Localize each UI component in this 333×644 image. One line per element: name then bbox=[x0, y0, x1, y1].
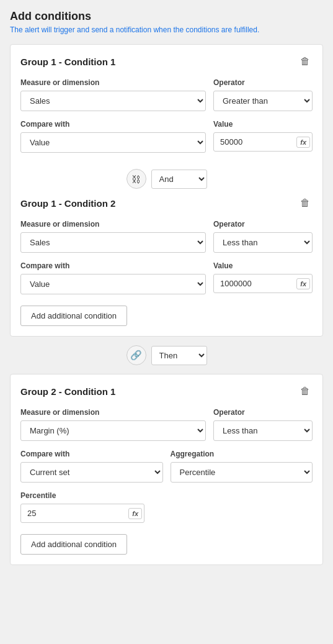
group1-condition2-measure-select[interactable]: Sales Margin (%) Revenue bbox=[20, 232, 206, 253]
group2-condition1-percentile-row: Percentile fx bbox=[20, 491, 313, 523]
measure-label-3: Measure or dimension bbox=[20, 408, 206, 417]
group2-condition1-measure-row: Measure or dimension Sales Margin (%) Re… bbox=[20, 408, 313, 441]
group2-condition1-aggregation-select[interactable]: Percentile Average Sum Min Max bbox=[171, 462, 313, 483]
operator-label-2: Operator bbox=[213, 220, 313, 229]
group2-condition1-percentile-wrapper: fx bbox=[20, 504, 144, 523]
group1-add-condition-button[interactable]: Add additional condition bbox=[20, 306, 127, 326]
group1-condition1-delete-button[interactable]: 🗑 bbox=[298, 55, 313, 68]
broken-link-icon: 🔗 bbox=[130, 350, 142, 361]
group1-condition2-delete-button[interactable]: 🗑 bbox=[298, 196, 313, 210]
group1-condition2-value-row: Compare with Value Current set Value fx bbox=[20, 261, 313, 294]
group1-condition2-title: Group 1 - Condition 2 bbox=[20, 198, 115, 209]
group1-condition2-value-col: Value fx bbox=[213, 261, 313, 294]
group2-condition1-compare-select[interactable]: Value Current set Previous period bbox=[20, 462, 163, 483]
group1-condition1-header: Group 1 - Condition 1 🗑 bbox=[20, 55, 313, 68]
value-label-1: Value bbox=[213, 120, 313, 129]
group1-condition1-compare-select[interactable]: Value Current set Previous period bbox=[20, 132, 206, 153]
group1-conditions-link-button[interactable]: ⛓ bbox=[127, 169, 146, 189]
group1-condition1-compare-col: Compare with Value Current set Previous … bbox=[20, 120, 206, 153]
group1-condition1-fx-button[interactable]: fx bbox=[296, 137, 310, 148]
group1-condition1-title: Group 1 - Condition 1 bbox=[20, 57, 115, 67]
page-title: Add conditions bbox=[10, 10, 323, 23]
group2-condition1-operator-select[interactable]: Greater than Less than Equal to bbox=[213, 420, 313, 441]
group2-condition1-title: Group 2 - Condition 1 bbox=[20, 386, 115, 397]
link-icon: ⛓ bbox=[131, 174, 141, 184]
group1-conditions-connector-row: ⛓ And Or bbox=[20, 161, 313, 196]
between-groups-connector-select[interactable]: Then And Or bbox=[151, 346, 207, 365]
group1-condition2-value-wrapper: fx bbox=[213, 274, 313, 293]
measure-label-2: Measure or dimension bbox=[20, 220, 206, 229]
group2-condition1-compare-col: Compare with Value Current set Previous … bbox=[20, 450, 163, 483]
group1-condition2-operator-select[interactable]: Greater than Less than Equal to bbox=[213, 232, 313, 253]
page-subtitle: The alert will trigger and send a notifi… bbox=[10, 25, 323, 34]
group1-condition1-measure-row: Measure or dimension Sales Margin (%) Re… bbox=[20, 78, 313, 111]
group1-condition1-measure-select[interactable]: Sales Margin (%) Revenue Cost bbox=[20, 91, 206, 111]
between-groups-connector-row: 🔗 Then And Or bbox=[10, 337, 323, 374]
between-groups-link-button[interactable]: 🔗 bbox=[127, 345, 146, 365]
group2-condition1-header: Group 2 - Condition 1 🗑 bbox=[20, 384, 313, 398]
group2-card: Group 2 - Condition 1 🗑 Measure or dimen… bbox=[10, 374, 323, 565]
group1-condition2-measure-row: Measure or dimension Sales Margin (%) Re… bbox=[20, 220, 313, 253]
group1-condition2-header: Group 1 - Condition 2 🗑 bbox=[20, 196, 313, 210]
group2-condition1-fx-button[interactable]: fx bbox=[128, 508, 142, 519]
group2-condition1-delete-button[interactable]: 🗑 bbox=[298, 384, 313, 398]
group1-condition1-measure-col: Measure or dimension Sales Margin (%) Re… bbox=[20, 78, 206, 111]
group1-condition1-value-row: Compare with Value Current set Previous … bbox=[20, 120, 313, 153]
group2-condition1-aggregation-col: Aggregation Percentile Average Sum Min M… bbox=[171, 450, 313, 483]
compare-label-3: Compare with bbox=[20, 450, 163, 458]
group1-condition1-value-wrapper: fx bbox=[213, 132, 313, 152]
group2-condition1-measure-select[interactable]: Sales Margin (%) Revenue bbox=[20, 420, 206, 441]
group1-condition2-compare-col: Compare with Value Current set bbox=[20, 261, 206, 294]
operator-label-3: Operator bbox=[213, 408, 313, 417]
group1-condition2-operator-col: Operator Greater than Less than Equal to bbox=[213, 220, 313, 253]
percentile-label: Percentile bbox=[20, 491, 313, 500]
group2-condition1-measure-col: Measure or dimension Sales Margin (%) Re… bbox=[20, 408, 206, 441]
group1-condition1-value-col: Value fx bbox=[213, 120, 313, 153]
value-label-2: Value bbox=[213, 261, 313, 270]
operator-label-1: Operator bbox=[213, 78, 313, 87]
group1-condition2-fx-button[interactable]: fx bbox=[296, 278, 310, 289]
compare-label-2: Compare with bbox=[20, 261, 206, 270]
group1-condition1-operator-col: Operator Greater than Less than Equal to bbox=[213, 78, 313, 111]
compare-label-1: Compare with bbox=[20, 120, 206, 129]
group1-condition2-measure-col: Measure or dimension Sales Margin (%) Re… bbox=[20, 220, 206, 253]
group1-card: Group 1 - Condition 1 🗑 Measure or dimen… bbox=[10, 44, 323, 337]
group1-conditions-connector-select[interactable]: And Or bbox=[151, 170, 207, 189]
group1-condition2-compare-select[interactable]: Value Current set bbox=[20, 274, 206, 294]
aggregation-label: Aggregation bbox=[171, 450, 313, 458]
measure-label-1: Measure or dimension bbox=[20, 78, 206, 87]
group2-add-condition-button[interactable]: Add additional condition bbox=[20, 534, 127, 555]
group1-condition1-operator-select[interactable]: Greater than Less than Equal to bbox=[213, 91, 313, 111]
group2-condition1-compare-agg-row: Compare with Value Current set Previous … bbox=[20, 450, 313, 483]
group2-condition1-percentile-input[interactable] bbox=[20, 504, 144, 523]
group2-condition1-operator-col: Operator Greater than Less than Equal to bbox=[213, 408, 313, 441]
